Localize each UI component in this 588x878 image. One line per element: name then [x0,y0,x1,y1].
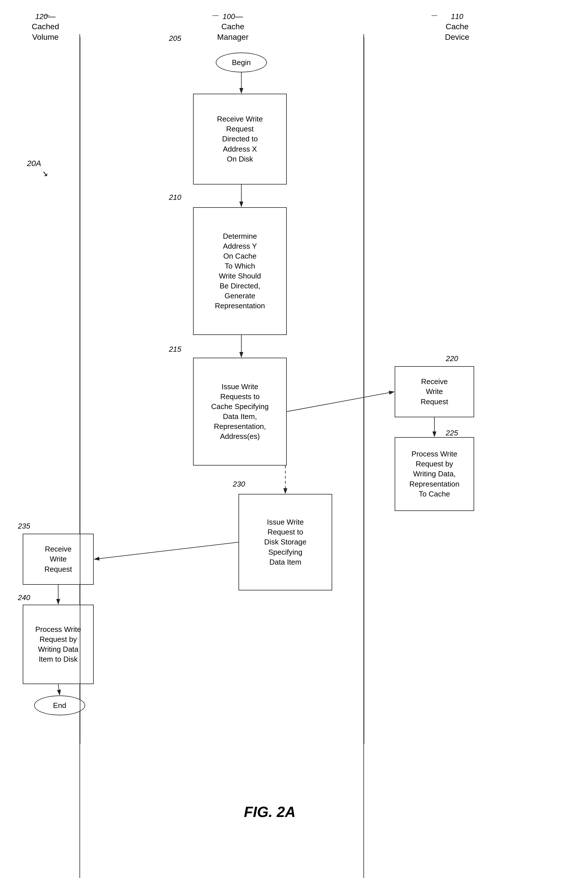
svg-line-4 [287,392,394,412]
node-210: DetermineAddress YOn CacheTo WhichWrite … [193,207,287,335]
diagram-ref-label: 20A [27,159,41,168]
node-215: Issue WriteRequests toCache SpecifyingDa… [193,358,287,466]
begin-node: Begin [216,52,267,72]
ref-205: 205 [169,34,181,43]
ref-220: 220 [446,354,458,363]
diagram-ref-arrow: ↘ [41,169,48,178]
lane-line-left [80,34,80,878]
ref-230: 230 [233,480,245,488]
cached-volume-label: 120— CachedVolume [14,11,76,42]
ref-240: 240 [18,593,30,602]
svg-line-9 [58,684,60,695]
ref-210: 210 [169,193,181,202]
ref-235: 235 [18,522,30,530]
node-230: Issue WriteRequest toDisk StorageSpecify… [238,494,332,590]
ref-225: 225 [446,429,458,438]
cache-device-label: 110 CacheDevice [426,11,488,42]
node-220: ReceiveWriteRequest [394,366,474,417]
figure-label: FIG. 2A [170,803,369,820]
cache-manager-label: 100— CacheManager [193,11,273,42]
node-225: Process WriteRequest byWriting Data,Repr… [394,437,474,511]
arrows-overlay [0,0,588,878]
end-node: End [34,695,85,715]
svg-line-7 [94,542,238,559]
node-205: Receive WriteRequestDirected toAddress X… [193,94,287,184]
diagram-container: 120— CachedVolume 100— CacheManager 110 … [0,0,588,878]
node-235: ReceiveWriteRequest [23,534,94,585]
ref-215: 215 [169,345,181,354]
node-240: Process WriteRequest byWriting DataItem … [23,605,94,684]
lane-line-right [363,34,364,878]
